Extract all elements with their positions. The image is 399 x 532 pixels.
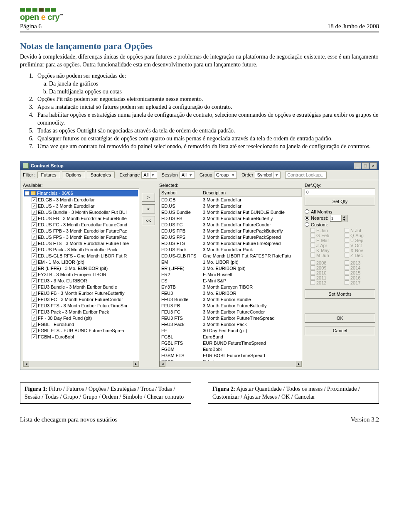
tree-item[interactable]: ✓FEU3 Pack - 3 Month Euribor Pack [24,309,138,315]
all-months-radio[interactable]: All Months [305,209,375,214]
month-checkbox[interactable]: G-Feb [310,233,341,238]
checkbox-icon[interactable]: ✓ [32,291,37,296]
options-button[interactable]: Options [62,172,85,178]
tree-root-financials[interactable]: − Financials - 86/86 [24,190,138,196]
checkbox-icon[interactable]: ✓ [32,222,37,227]
table-row[interactable]: FEU3 Bundle3 Month Euribor Bundle [160,297,302,303]
checkbox-icon[interactable]: ✓ [32,297,37,302]
table-row[interactable]: FGBL FTSEUR BUND FutureTimeSpread [160,340,302,346]
tree-item[interactable]: ✓EM - 1 Mo. LIBOR (pit) [24,259,138,265]
table-row[interactable]: ED.US3 Month Eurodollar [160,203,302,209]
year-checkbox[interactable]: 2014 [345,265,375,270]
table-row[interactable]: FEU3 FTS3 Month Euribor FutureTimeSpread [160,315,302,321]
tree-item[interactable]: ✓ED.US Pack - 3 Month Eurodollar Pack [24,247,138,253]
checkbox-icon[interactable]: ✓ [32,284,37,289]
scroll-right-icon[interactable]: ▸ [133,361,139,367]
table-row[interactable]: FEU3 FC3 Month Euribor FutureCondor [160,309,302,315]
year-checkbox[interactable]: 2015 [345,270,375,275]
h-scrollbar[interactable]: ◂ ▸ [23,361,139,367]
tree-item[interactable]: ✓ED.US FB - 3 Month Eurodollar FutureBut… [24,216,138,222]
month-checkbox[interactable]: N-Jul [345,228,375,233]
checkbox-icon[interactable]: ✓ [32,197,37,202]
checkbox-icon[interactable]: ✓ [32,266,37,271]
strategies-button[interactable]: Strategies [87,172,115,178]
set-qty-button[interactable]: Set Qty [305,197,375,206]
tree-item[interactable]: ✓ED.US FPB - 3 Month Eurodollar FuturePa… [24,228,138,234]
checkbox-icon[interactable]: ✓ [32,216,37,221]
month-checkbox[interactable]: Z-Dec [345,253,375,258]
checkbox-icon[interactable]: ✓ [32,278,37,283]
month-checkbox[interactable]: M-Jun [310,253,341,258]
table-row[interactable]: FGBMEuroBobl [160,346,302,353]
table-row[interactable]: ED.US Pack3 Month Eurodollar Pack [160,247,302,253]
spin-down-icon[interactable]: ▼ [341,218,347,222]
checkbox-icon[interactable]: ✓ [32,322,37,327]
selected-table[interactable]: Symbol Description ED.GB3 Month Eurodoll… [159,189,302,367]
group-select[interactable]: Group▾ [214,172,237,179]
tree-item[interactable]: ✓FEU3 Bundle - 3 Month Euribor Bundle [24,284,138,290]
move-left-button[interactable]: < [142,204,155,213]
month-checkbox[interactable]: Q-Aug [345,233,375,238]
tree-item[interactable]: ✓EY3TB - 3 Month Euroyen TIBOR [24,272,138,278]
tree-item[interactable]: ✓FEU3 FC - 3 Month Euribor FutureCondor [24,297,138,303]
table-row[interactable]: ED.US FPB3 Month Eurodollar FuturePackBu… [160,228,302,234]
table-row[interactable]: ESE-Mini S&P [160,278,302,284]
checkbox-icon[interactable]: ✓ [32,241,37,246]
available-tree[interactable]: − Financials - 86/86 ✓ED.GB - 3 Month Eu… [23,189,139,367]
checkbox-icon[interactable]: ✓ [32,235,37,240]
nearest-radio[interactable]: Nearest: ▲▼ [305,215,375,222]
checkbox-icon[interactable]: ✓ [32,309,37,314]
window-titlebar[interactable]: Contract Setup _ □ × [20,161,379,170]
checkbox-icon[interactable]: ✓ [32,316,37,321]
table-row[interactable]: ED.US FPS3 Month Eurodollar FuturePackSp… [160,234,302,240]
scroll-left-icon[interactable]: ◂ [160,361,165,367]
tree-item[interactable]: ✓ED.US FC - 3 Month Eurodollar FutureCon… [24,222,138,228]
month-checkbox[interactable]: U-Sep [345,238,375,243]
checkbox-icon[interactable]: ✓ [32,328,37,333]
month-checkbox[interactable]: V-Oct [345,243,375,248]
checkbox-icon[interactable]: ✓ [32,272,37,277]
table-row[interactable]: EY3TB3 Month Euroyen TIBOR [160,284,302,290]
scroll-right-icon[interactable]: ▸ [296,361,302,367]
table-row[interactable]: ED.US FTS3 Month Eurodollar FutureTimeSp… [160,240,302,247]
checkbox-icon[interactable]: ✓ [32,228,37,233]
table-row[interactable]: ED.US FC3 Month Eurodollar FutureCondor [160,222,302,228]
checkbox-icon[interactable]: ✓ [32,334,37,339]
checkbox-icon[interactable]: ✓ [32,253,37,258]
col-description[interactable]: Description [201,189,302,196]
ok-button[interactable]: OK [305,314,375,323]
table-row[interactable]: ED.US-GLB RFSOne Month LIBOR Fut RATESPR… [160,253,302,259]
tree-item[interactable]: ✓ED.US FTS - 3 Month Eurodollar FutureTi… [24,240,138,247]
tree-item[interactable]: ✓FEU3 - 3 Mo. EURIBOR [24,278,138,284]
month-checkbox[interactable]: K-May [310,248,341,253]
set-months-button[interactable]: Set Months [305,289,375,299]
custom-radio[interactable]: Custom: [305,222,375,227]
tree-item[interactable]: ✓FEU3 FTS - 3 Month Euribor FutureTimeSp… [24,303,138,309]
tree-item[interactable]: ✓ED.US-GLB RFS - One Month LIBOR Fut R [24,253,138,259]
table-row[interactable]: ED.US FB3 Month Eurodollar FutureButterf… [160,216,302,222]
table-row[interactable]: FF30 Day Fed Fund (pit) [160,328,302,334]
table-row[interactable]: FEU33 Mo. EURIBOR [160,290,302,297]
table-row[interactable]: FEU3 FB3 Month Euribor FutureButterfly [160,303,302,309]
collapse-icon[interactable]: − [25,191,30,196]
spin-up-icon[interactable]: ▲ [341,215,347,218]
tree-item[interactable]: ✓ED.GB - 3 Month Eurodollar [24,197,138,203]
tree-item[interactable]: ✓FEU3 FB - 3 Month Euribor FutureButterf… [24,290,138,297]
year-checkbox[interactable]: 2011 [310,275,341,280]
tree-item[interactable]: ✓ED.US - 3 Month Eurodollar [24,203,138,209]
minimize-button[interactable]: _ [354,162,361,169]
tree-item[interactable]: ✓ER (LIFFE) - 3 Mo. EURIBOR (pit) [24,265,138,272]
checkbox-icon[interactable]: ✓ [32,210,37,215]
checkbox-icon[interactable]: ✓ [32,203,37,208]
month-checkbox[interactable]: J-Apr [310,243,341,248]
year-checkbox[interactable]: 2016 [345,275,375,280]
table-row[interactable]: ED.GB3 Month Eurodollar [160,197,302,203]
table-row[interactable]: EM1 Mo. LIBOR (pit) [160,259,302,265]
nearest-spinner[interactable]: ▲▼ [330,215,347,222]
table-row[interactable]: FEU3 Pack3 Month Euribor Pack [160,321,302,328]
tree-item[interactable]: ✓ED.US FPS - 3 Month Eurodollar FuturePa… [24,234,138,240]
tree-item[interactable]: ✓FGBL FTS - EUR BUND FutureTimeSprea [24,328,138,334]
table-row[interactable]: ER (LIFFE)3 Mo. EURIBOR (pit) [160,265,302,272]
tree-item[interactable]: ✓ED.US Bundle - 3 Month Eurodollar Fut B… [24,209,138,216]
table-row[interactable]: ER2E-Mini Russell [160,272,302,278]
